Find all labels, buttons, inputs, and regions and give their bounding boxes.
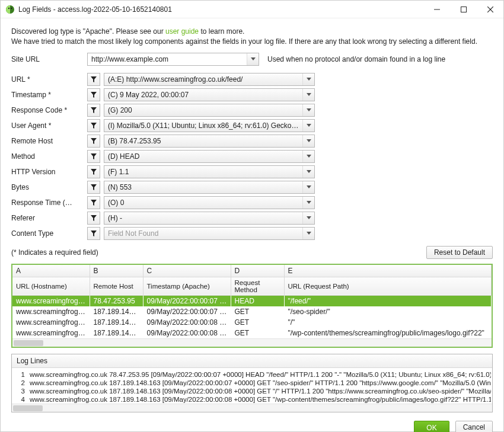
table-cell: "/feed/"	[284, 295, 492, 306]
filter-icon-button[interactable]	[87, 119, 100, 132]
field-label: Referer	[11, 214, 87, 222]
table-cell: 09/May/2022:00:00:07 +0000	[143, 306, 231, 317]
cancel-button[interactable]: Cancel	[455, 421, 493, 432]
field-label: HTTP Version	[11, 168, 87, 176]
chevron-down-icon[interactable]	[302, 197, 314, 209]
table-row[interactable]: www.screamingfrog.co.uk187.189.148.16309…	[12, 328, 492, 338]
field-row: Timestamp *(C) 9 May 2022, 00:00:07	[11, 88, 493, 101]
loglines-horizontal-scrollbar[interactable]	[12, 404, 492, 412]
chevron-down-icon[interactable]	[302, 212, 314, 224]
field-select[interactable]: (G) 200	[104, 104, 315, 117]
table-cell: www.screamingfrog.co.uk	[12, 306, 90, 317]
chevron-down-icon[interactable]	[302, 181, 314, 193]
field-value: (B) 78.47.253.95	[104, 137, 302, 145]
svg-marker-13	[307, 108, 311, 111]
app-icon	[5, 5, 15, 14]
filter-icon-button[interactable]	[87, 212, 100, 225]
log-line[interactable]: 4www.screamingfrog.co.uk 187.189.148.163…	[13, 395, 491, 404]
chevron-down-icon[interactable]	[302, 135, 314, 147]
table-row[interactable]: www.screamingfrog.co.uk78.47.253.9509/Ma…	[12, 295, 492, 306]
funnel-icon	[91, 153, 97, 159]
filter-icon-button[interactable]	[87, 165, 100, 178]
field-select[interactable]: (F) 1.1	[104, 165, 315, 178]
funnel-icon	[91, 215, 97, 221]
field-label: Response Time (…	[11, 199, 87, 207]
svg-marker-14	[91, 123, 97, 129]
minimize-button[interactable]	[423, 1, 450, 18]
filter-icon-button[interactable]	[87, 88, 100, 101]
svg-marker-23	[307, 185, 311, 188]
field-label: Method	[11, 152, 87, 161]
field-row: Response Code *(G) 200	[11, 104, 493, 117]
log-line-number: 3	[13, 388, 30, 395]
field-select[interactable]: (H) -	[104, 212, 315, 225]
maximize-button[interactable]	[450, 1, 477, 18]
close-button[interactable]	[477, 1, 503, 18]
filter-icon-button[interactable]	[87, 227, 100, 240]
table-row[interactable]: www.screamingfrog.co.uk187.189.148.16309…	[12, 306, 492, 317]
column-name[interactable]: URL (Hostname)	[12, 277, 90, 295]
log-line-text: www.screamingfrog.co.uk 187.189.148.163 …	[30, 396, 491, 403]
table-cell: 187.189.148.163	[90, 306, 143, 317]
field-label: Response Code *	[11, 106, 87, 114]
table-cell: GET	[231, 328, 284, 338]
column-letter[interactable]: B	[90, 265, 143, 277]
field-label: Timestamp *	[11, 91, 87, 99]
svg-marker-29	[307, 232, 311, 235]
log-line-text: www.screamingfrog.co.uk 78.47.253.95 [09…	[30, 371, 491, 378]
column-letter[interactable]: E	[284, 265, 492, 277]
funnel-icon	[91, 169, 97, 175]
chevron-down-icon[interactable]	[302, 73, 314, 85]
field-select[interactable]: (D) HEAD	[104, 150, 315, 163]
svg-marker-8	[91, 76, 97, 82]
log-line[interactable]: 2www.screamingfrog.co.uk 187.189.148.163…	[13, 379, 491, 387]
svg-point-1	[8, 7, 9, 8]
log-line-text: www.screamingfrog.co.uk 187.189.148.163 …	[30, 388, 491, 395]
chevron-down-icon[interactable]	[302, 120, 314, 132]
chevron-down-icon[interactable]	[302, 104, 314, 116]
table-row[interactable]: www.screamingfrog.co.uk187.189.148.16309…	[12, 317, 492, 328]
user-guide-link[interactable]: user guide	[165, 27, 199, 36]
chevron-down-icon[interactable]	[247, 53, 259, 65]
field-select[interactable]: (A:E) http://www.screamingfrog.co.uk/fee…	[104, 73, 315, 86]
field-select[interactable]: (N) 553	[104, 181, 315, 194]
filter-icon-button[interactable]	[87, 150, 100, 163]
column-letter[interactable]: A	[12, 265, 90, 277]
log-line-text: www.screamingfrog.co.uk 187.189.148.163 …	[30, 379, 491, 386]
filter-icon-button[interactable]	[87, 181, 100, 194]
column-letter[interactable]: C	[143, 265, 231, 277]
table-cell: www.screamingfrog.co.uk	[12, 295, 90, 306]
chevron-down-icon[interactable]	[302, 151, 314, 162]
column-name[interactable]: Remote Host	[90, 277, 143, 295]
preview-table-wrap: ABCDE URL (Hostname)Remote HostTimestamp…	[11, 264, 493, 348]
log-lines-header: Log Lines	[12, 354, 492, 368]
table-cell: 09/May/2022:00:00:08 +0000	[143, 317, 231, 328]
field-select[interactable]: (C) 9 May 2022, 00:00:07	[104, 88, 315, 101]
filter-icon-button[interactable]	[87, 135, 100, 148]
reset-to-default-button[interactable]: Reset to Default	[426, 246, 493, 259]
log-line[interactable]: 3www.screamingfrog.co.uk 187.189.148.163…	[13, 387, 491, 395]
column-name[interactable]: URL (Request Path)	[284, 277, 492, 295]
field-row: HTTP Version(F) 1.1	[11, 165, 493, 178]
column-name[interactable]: Timestamp (Apache)	[143, 277, 231, 295]
chevron-down-icon	[302, 228, 314, 239]
site-url-combo[interactable]: http://www.example.com	[87, 53, 259, 66]
table-horizontal-scrollbar[interactable]	[12, 338, 492, 347]
field-select[interactable]: (B) 78.47.253.95	[104, 135, 315, 148]
column-name[interactable]: Request Method	[231, 277, 284, 295]
chevron-down-icon[interactable]	[302, 89, 314, 101]
filter-icon-button[interactable]	[87, 104, 100, 117]
log-line[interactable]: 1www.screamingfrog.co.uk 78.47.253.95 [0…	[13, 370, 491, 379]
svg-marker-9	[307, 78, 311, 81]
field-select[interactable]: (O) 0	[104, 196, 315, 209]
svg-marker-21	[307, 170, 311, 173]
filter-icon-button[interactable]	[87, 73, 100, 86]
chevron-down-icon[interactable]	[302, 166, 314, 178]
filter-icon-button[interactable]	[87, 196, 100, 209]
funnel-icon	[91, 123, 97, 129]
column-letter[interactable]: D	[231, 265, 284, 277]
required-note: (* Indicates a required field)	[11, 248, 426, 257]
log-line-number: 1	[13, 371, 30, 378]
field-select[interactable]: (I) Mozilla/5.0 (X11; Ubuntu; Linux x86_…	[104, 119, 315, 132]
ok-button[interactable]: OK	[414, 421, 449, 432]
